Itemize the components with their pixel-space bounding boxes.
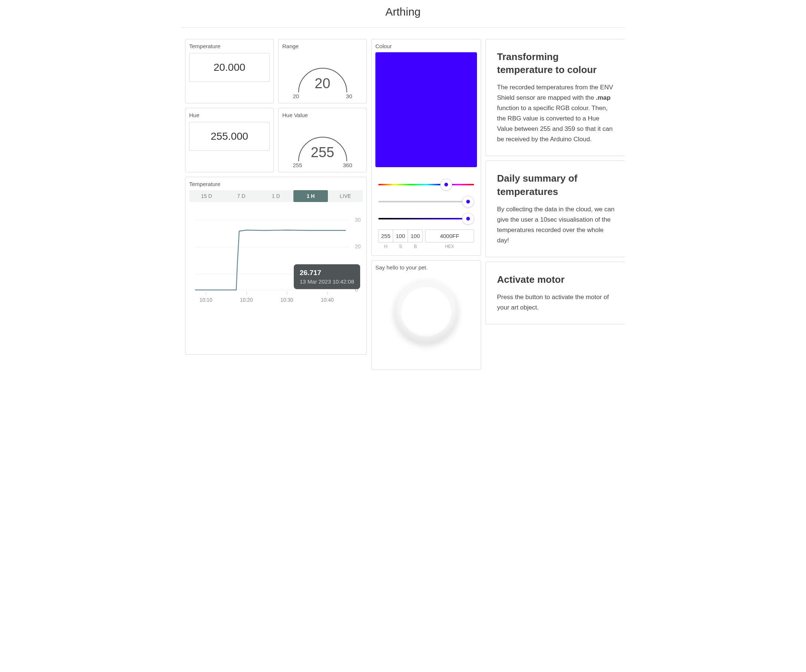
- slider-knob-icon[interactable]: [462, 213, 474, 225]
- svg-text:10:20: 10:20: [240, 297, 253, 303]
- info-card-summary: Daily summary of temperatures By collect…: [486, 160, 624, 257]
- tooltip-date: 13 Mar 2023 10:42:08: [300, 278, 354, 285]
- hue-value: 255.000: [189, 122, 270, 151]
- s-label: S: [393, 244, 408, 249]
- widget-title: Say hello to your pet.: [375, 264, 477, 270]
- card-body: Press the button to activate the motor o…: [497, 292, 615, 313]
- hex-label: HEX: [425, 244, 474, 249]
- brightness-slider[interactable]: [378, 212, 474, 225]
- hue-slider[interactable]: [378, 178, 474, 191]
- svg-text:10:40: 10:40: [321, 297, 334, 303]
- tab-15d[interactable]: 15 D: [189, 190, 224, 202]
- h-label: H: [378, 244, 393, 249]
- tab-1d[interactable]: 1 D: [259, 190, 293, 202]
- temperature-widget: Temperature 20.000: [185, 39, 274, 104]
- s-value[interactable]: 100: [393, 229, 408, 242]
- info-card-transform: Transforming temperature to colour The r…: [486, 39, 624, 156]
- page-header: Arthing: [182, 0, 624, 28]
- card-heading: Daily summary of temperatures: [497, 172, 615, 198]
- tab-live[interactable]: LIVE: [328, 190, 363, 202]
- slider-knob-icon[interactable]: [440, 179, 452, 191]
- b-label: B: [408, 244, 423, 249]
- page-title: Arthing: [182, 5, 624, 18]
- svg-text:10:10: 10:10: [200, 297, 213, 303]
- temperature-chart-widget: Temperature 15 D 7 D 1 D 1 H LIVE 30 20: [185, 177, 367, 355]
- card-heading: Activate motor: [497, 273, 615, 286]
- dashboard: Temperature 20.000 Range 20 20 30: [182, 39, 624, 370]
- range-max: 30: [346, 93, 352, 99]
- colour-swatch: [375, 52, 477, 167]
- svg-text:10:30: 10:30: [281, 297, 293, 303]
- widget-title: Temperature: [189, 43, 270, 49]
- widget-title: Hue Value: [282, 112, 363, 118]
- b-value[interactable]: 100: [408, 229, 423, 242]
- tab-7d[interactable]: 7 D: [224, 190, 259, 202]
- range-widget: Range 20 20 30: [278, 39, 367, 104]
- widget-title: Colour: [375, 43, 477, 49]
- activate-button[interactable]: [395, 280, 458, 343]
- h-value[interactable]: 255: [378, 229, 393, 242]
- info-card-motor: Activate motor Press the button to activ…: [486, 262, 624, 324]
- card-heading: Transforming temperature to colour: [497, 50, 615, 76]
- hex-value[interactable]: 4000FF: [425, 229, 474, 242]
- colour-widget: Colour 255 100 100 4000FF: [371, 39, 481, 256]
- pet-widget: Say hello to your pet.: [371, 260, 481, 370]
- saturation-slider[interactable]: [378, 195, 474, 208]
- range-min: 20: [293, 93, 299, 99]
- line-chart-icon: 30 20 0 0 10:10 10:20 10:30 10:40: [192, 212, 360, 309]
- hue-gauge-value: 255: [311, 145, 334, 160]
- svg-text:20: 20: [355, 244, 360, 249]
- hue-max: 360: [343, 162, 352, 168]
- chart-area[interactable]: 30 20 0 0 10:10 10:20 10:30 10:40: [192, 212, 360, 309]
- time-range-tabs: 15 D 7 D 1 D 1 H LIVE: [189, 190, 363, 202]
- widget-title: Range: [282, 43, 363, 49]
- card-body: The recorded temperatures from the ENV S…: [497, 82, 615, 145]
- temperature-value: 20.000: [189, 53, 270, 82]
- tab-1h[interactable]: 1 H: [293, 190, 328, 202]
- widget-title: Hue: [189, 112, 270, 118]
- card-body: By collecting the data in the cloud, we …: [497, 204, 615, 246]
- widget-title: Temperature: [189, 181, 363, 187]
- slider-knob-icon[interactable]: [462, 196, 474, 208]
- hue-min: 255: [293, 162, 302, 168]
- svg-text:30: 30: [355, 217, 360, 223]
- range-gauge-value: 20: [315, 76, 330, 92]
- tooltip-value: 26.717: [300, 269, 354, 277]
- hue-value-widget: Hue Value 255 255 360: [278, 108, 367, 172]
- hue-widget: Hue 255.000: [185, 108, 274, 172]
- chart-tooltip: 26.717 13 Mar 2023 10:42:08: [294, 264, 360, 289]
